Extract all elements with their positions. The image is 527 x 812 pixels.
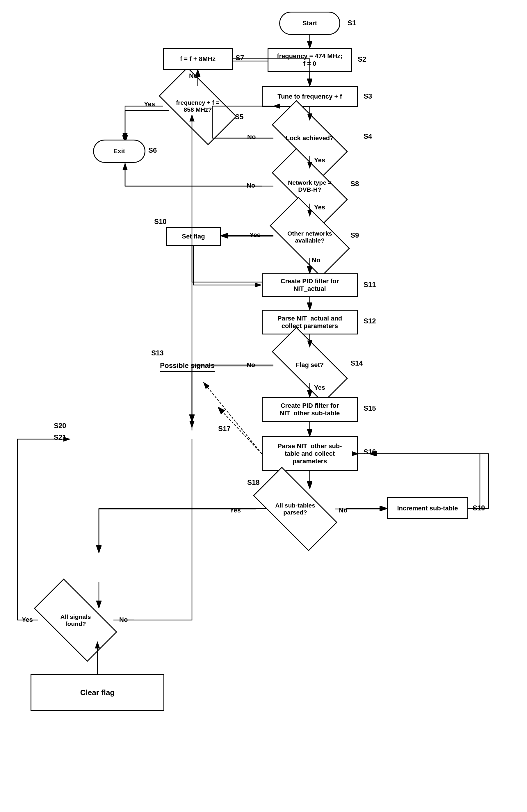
s8-node: Network type = DVB-H? — [273, 169, 346, 204]
s18-step: S18 — [247, 478, 260, 487]
svg-line-51 — [204, 382, 262, 454]
s20-label: S20 — [54, 422, 66, 430]
s8-label: S8 — [350, 180, 359, 188]
s4-label: S4 — [364, 132, 372, 141]
start-node: Start — [279, 12, 340, 35]
s14-yes: Yes — [314, 384, 325, 391]
s16-label: S16 — [364, 448, 376, 456]
s18-yes: Yes — [230, 507, 241, 514]
flowchart-diagram: Start S1 frequency = 474 MHz; f = 0 S2 T… — [0, 0, 527, 812]
s9-no: No — [312, 257, 320, 264]
s22-yes: Yes — [22, 616, 33, 624]
s4-no: No — [247, 133, 255, 141]
s8-no: No — [247, 182, 255, 189]
s13-label: S13 — [151, 349, 206, 357]
s5-no: No — [189, 72, 197, 80]
s3-node: Tune to frequency + f — [262, 86, 358, 107]
s5-node: frequency + f = 858 MHz? — [163, 86, 233, 127]
s8-yes: Yes — [314, 204, 325, 211]
s5-label: S5 — [235, 113, 244, 121]
s13-area: S13 Possible signals — [151, 349, 206, 367]
s6-label: S6 — [148, 146, 157, 155]
s15-label: S15 — [364, 404, 376, 412]
s4-node: Lock achieved? — [273, 121, 346, 156]
s10-label: S10 — [154, 218, 167, 226]
s1-label: S1 — [348, 19, 356, 27]
s10-node: Set flag — [166, 227, 221, 246]
s18-node: All sub-tables parsed? — [256, 489, 335, 529]
s11-node: Create PID filter for NIT_actual — [262, 273, 358, 296]
s9-yes: Yes — [250, 231, 261, 239]
s5-yes: Yes — [144, 100, 155, 108]
s16-node: Parse NIT_other sub- table and collect p… — [262, 436, 358, 471]
s17-label: S17 — [218, 425, 231, 433]
s9-label: S9 — [350, 231, 359, 240]
s7-node: f = f + 8MHz — [163, 48, 233, 70]
s21-label: S21 — [54, 433, 66, 441]
s19-node: Increment sub-table — [387, 497, 468, 519]
s9-node: Other networks available? — [273, 217, 346, 257]
s14-node: Flag set? — [273, 348, 346, 382]
s12-label: S12 — [364, 317, 376, 325]
s18-no: No — [339, 507, 347, 514]
s14-label: S14 — [350, 359, 363, 367]
s14-no: No — [247, 361, 255, 369]
s19-label: S19 — [473, 504, 485, 512]
s3-label: S3 — [364, 92, 372, 100]
s6-node: Exit — [93, 140, 145, 163]
s4-yes: Yes — [314, 157, 325, 164]
clear-flag-node: Clear flag — [31, 674, 164, 711]
s11-label: S11 — [364, 281, 376, 289]
s2-label: S2 — [358, 55, 366, 63]
s15-node: Create PID filter for NIT_other sub-tabl… — [262, 397, 358, 422]
s22-no: No— — [119, 616, 134, 624]
s13-text: Possible signals — [160, 362, 215, 369]
s7-label: S7 — [236, 54, 244, 62]
s12-node: Parse NIT_actual and collect parameters — [262, 310, 358, 334]
all-signals-node: All signals found? — [38, 599, 114, 641]
s2-node: frequency = 474 MHz; f = 0 — [267, 48, 352, 72]
